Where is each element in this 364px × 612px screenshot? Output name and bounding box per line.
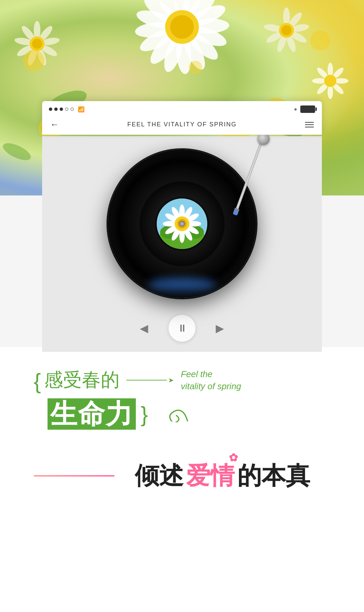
love-text: 倾述 爱情 ✿ 的本真: [135, 460, 310, 492]
status-right: ∗: [294, 105, 315, 113]
svg-point-17: [170, 15, 194, 39]
vinyl-container: [42, 136, 322, 298]
wifi-icon: 📶: [78, 106, 85, 113]
vinyl-record: [108, 150, 256, 298]
player-controls: ◀ ⏸ ▶: [42, 315, 322, 342]
menu-icon-line1: [305, 122, 314, 123]
arrow-line: ➤: [126, 376, 174, 384]
brace-open: {: [34, 371, 41, 392]
page-title: FEEL THE VITALITY OF SPRING: [127, 121, 237, 128]
pink-line-decoration: [34, 475, 115, 477]
pause-icon: ⏸: [177, 323, 187, 334]
feel-en-line1: Feel the: [181, 368, 241, 380]
signal-dot-5: [70, 108, 74, 111]
play-pause-button[interactable]: ⏸: [169, 315, 195, 342]
love-prefix: 倾述: [135, 460, 183, 492]
tonearm-head: [233, 208, 239, 216]
vinyl-center-dot: [179, 221, 185, 227]
next-button[interactable]: ▶: [216, 322, 224, 335]
tonearm-arm: [234, 139, 264, 215]
swirl-svg: [160, 400, 193, 425]
love-flower-icon: ✿: [229, 451, 238, 464]
svg-point-47: [324, 75, 336, 87]
phone-card: 📶 ∗ ← FEEL THE VITALITY OF SPRING: [42, 101, 322, 135]
vitality-row: 生命力 }: [48, 396, 241, 433]
signal-dot-4: [65, 108, 68, 111]
love-section: 倾述 爱情 ✿ 的本真: [34, 460, 337, 492]
lower-content: { 感受春的 ➤ Feel the vitality of spring 生命力…: [0, 347, 364, 612]
svg-point-58: [1, 140, 33, 164]
vitality-chinese: 生命力: [48, 396, 137, 433]
status-bar: 📶 ∗: [42, 101, 322, 116]
signal-dot-2: [54, 108, 58, 111]
svg-point-38: [281, 25, 292, 35]
feel-english: Feel the vitality of spring: [181, 368, 241, 393]
swirl-icon: [159, 400, 193, 430]
feel-section: { 感受春的 ➤ Feel the vitality of spring 生命力…: [34, 367, 337, 433]
love-suffix: 的本真: [237, 460, 310, 492]
signal-dot-3: [60, 108, 63, 111]
signal-dot-1: [49, 108, 52, 111]
battery-indicator: [300, 105, 315, 113]
nav-bar: ← FEEL THE VITALITY OF SPRING: [42, 116, 322, 135]
svg-point-50: [310, 30, 330, 51]
back-button[interactable]: ←: [50, 119, 59, 130]
vitality-highlight: 生命力: [48, 398, 136, 430]
feel-row: 感受春的 ➤ Feel the vitality of spring: [44, 367, 241, 393]
tonearm-container: [209, 133, 276, 234]
feel-en-line2: vitality of spring: [181, 380, 241, 392]
svg-point-54: [189, 61, 202, 74]
love-pink-label: 爱情: [186, 462, 235, 489]
brace-close: }: [141, 404, 148, 425]
bluetooth-icon: ∗: [294, 106, 298, 112]
player-area: ◀ ⏸ ▶: [42, 136, 322, 352]
svg-point-28: [32, 39, 42, 49]
prev-button[interactable]: ◀: [140, 322, 148, 335]
menu-icon-line2: [305, 124, 314, 125]
arrow-line-bar: [126, 380, 167, 380]
love-pink-text: 爱情 ✿: [186, 460, 235, 492]
menu-button[interactable]: [305, 122, 314, 127]
svg-point-53: [23, 50, 44, 71]
menu-icon-line3: [305, 127, 314, 127]
feel-chinese-text: 感受春的: [44, 367, 120, 393]
arrow-head-icon: ➤: [168, 376, 174, 384]
status-left: 📶: [49, 106, 85, 113]
